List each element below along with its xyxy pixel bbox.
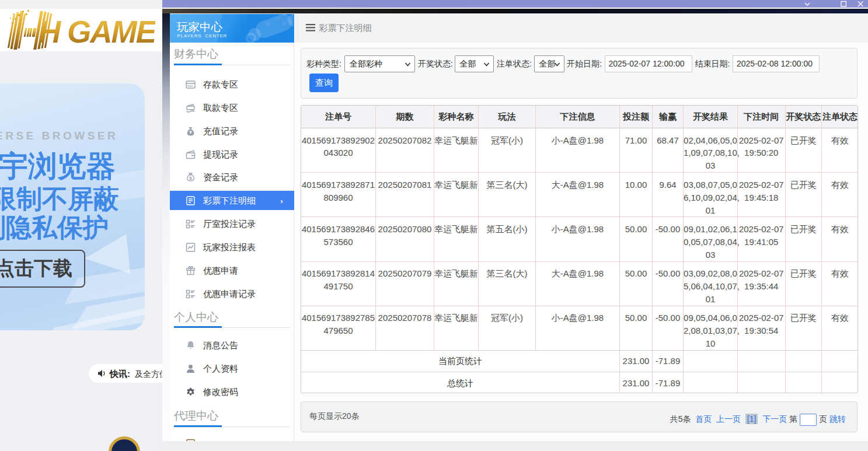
svg-text:$: $: [189, 176, 192, 181]
